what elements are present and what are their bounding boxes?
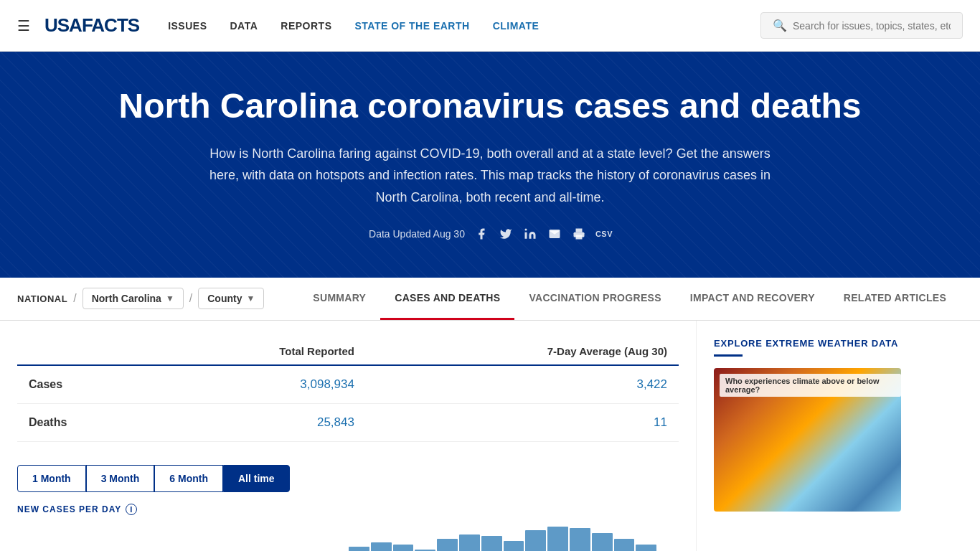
row-deaths-label: Deaths [17, 403, 151, 441]
print-icon[interactable] [571, 226, 587, 242]
col-7day-avg: 7-Day Average (Aug 30) [366, 338, 679, 365]
explore-img-caption: Who experiences climate above or below a… [720, 374, 901, 397]
breadcrumb-bar: NATIONAL / North Carolina ▼ / County ▼ S… [0, 278, 980, 321]
chart-bar [393, 545, 414, 551]
cases-average: 3,422 [366, 365, 679, 404]
county-label: County [207, 293, 242, 304]
search-icon: 🔍 [773, 19, 787, 32]
deaths-average: 11 [366, 403, 679, 441]
csv-download-icon[interactable]: CSV [595, 226, 611, 242]
chart-bar [547, 527, 568, 551]
table-row: Cases 3,098,934 3,422 [17, 365, 679, 404]
national-label: NATIONAL [17, 293, 67, 304]
info-icon[interactable]: i [126, 504, 137, 515]
content-left: Total Reported 7-Day Average (Aug 30) Ca… [0, 321, 696, 551]
facebook-icon[interactable] [473, 226, 489, 242]
breadcrumb-separator-2: / [189, 292, 192, 305]
content-right: EXPLORE EXTREME WEATHER DATA Who experie… [696, 321, 918, 551]
chart-bar [371, 542, 392, 551]
explore-weather-image[interactable]: Who experiences climate above or below a… [714, 368, 901, 512]
email-icon[interactable] [547, 226, 562, 242]
chart-title-text: NEW CASES PER DAY [17, 504, 121, 514]
chart-bar [614, 539, 635, 551]
time-filter-group: 1 Month 3 Month 6 Month All time [17, 465, 679, 492]
tab-impact-recovery[interactable]: IMPACT AND RECOVERY [676, 277, 829, 320]
filter-alltime[interactable]: All time [223, 465, 290, 492]
deaths-total: 25,843 [151, 403, 366, 441]
hero-section: North Carolina coronavirus cases and dea… [0, 52, 980, 278]
chart-bar [459, 534, 480, 551]
state-dropdown-arrow: ▼ [166, 293, 174, 303]
tab-summary[interactable]: SUMMARY [298, 277, 380, 320]
filter-6month[interactable]: 6 Month [154, 465, 223, 492]
nav-state-of-earth[interactable]: STATE OF THE EARTH [354, 20, 469, 32]
tab-related-articles[interactable]: RELATED ARTICLES [829, 277, 961, 320]
hero-meta: Data Updated Aug 30 CSV [14, 226, 966, 242]
linkedin-icon[interactable] [522, 226, 538, 242]
chart-bar [481, 536, 502, 551]
tab-vaccination[interactable]: VACCINATION PROGRESS [514, 277, 675, 320]
hero-description: How is North Carolina faring against COV… [203, 143, 777, 209]
chart-bar [437, 539, 458, 551]
tab-cases-deaths[interactable]: CASES AND DEATHS [380, 277, 514, 320]
col-empty [17, 338, 151, 365]
explore-title: EXPLORE EXTREME WEATHER DATA [714, 338, 901, 349]
filter-1month[interactable]: 1 Month [17, 465, 86, 492]
nav-reports[interactable]: REPORTS [281, 20, 331, 32]
search-bar[interactable]: 🔍 [760, 12, 963, 39]
chart-bar [525, 530, 546, 551]
page-title: North Carolina coronavirus cases and dea… [14, 88, 966, 126]
tab-navigation: SUMMARY CASES AND DEATHS VACCINATION PRO… [298, 277, 961, 320]
navigation: ☰ USAFACTS ISSUES DATA REPORTS STATE OF … [0, 0, 980, 52]
twitter-icon[interactable] [498, 226, 514, 242]
nav-links: ISSUES DATA REPORTS STATE OF THE EARTH C… [168, 20, 760, 32]
nav-data[interactable]: DATA [230, 20, 258, 32]
data-table: Total Reported 7-Day Average (Aug 30) Ca… [17, 338, 679, 442]
nav-climate[interactable]: CLIMATE [493, 20, 540, 32]
data-updated-label: Data Updated Aug 30 [369, 228, 465, 240]
chart-bar [349, 547, 369, 551]
svg-rect-1 [575, 235, 582, 239]
hamburger-menu[interactable]: ☰ [17, 17, 30, 34]
filter-3month[interactable]: 3 Month [86, 465, 155, 492]
row-cases-label: Cases [17, 365, 151, 404]
site-logo[interactable]: USAFACTS [44, 14, 139, 37]
chart-bar [636, 545, 656, 551]
csv-label: CSV [595, 230, 613, 238]
chart-label: NEW CASES PER DAY i [17, 504, 679, 515]
explore-divider [714, 354, 743, 357]
col-total-reported: Total Reported [151, 338, 366, 365]
svg-point-0 [524, 228, 527, 230]
breadcrumb-separator-1: / [73, 292, 76, 305]
search-input[interactable] [793, 20, 951, 32]
county-dropdown[interactable]: County ▼ [198, 288, 264, 309]
chart-area [17, 527, 679, 551]
cases-total: 3,098,934 [151, 365, 366, 404]
county-dropdown-arrow: ▼ [246, 293, 255, 303]
chart-bar [592, 533, 613, 551]
table-row: Deaths 25,843 11 [17, 403, 679, 441]
state-dropdown[interactable]: North Carolina ▼ [83, 288, 184, 309]
nav-issues[interactable]: ISSUES [168, 20, 207, 32]
main-content: Total Reported 7-Day Average (Aug 30) Ca… [0, 321, 980, 551]
chart-bar [570, 528, 590, 551]
state-label: North Carolina [92, 293, 161, 304]
chart-bar [504, 541, 524, 551]
